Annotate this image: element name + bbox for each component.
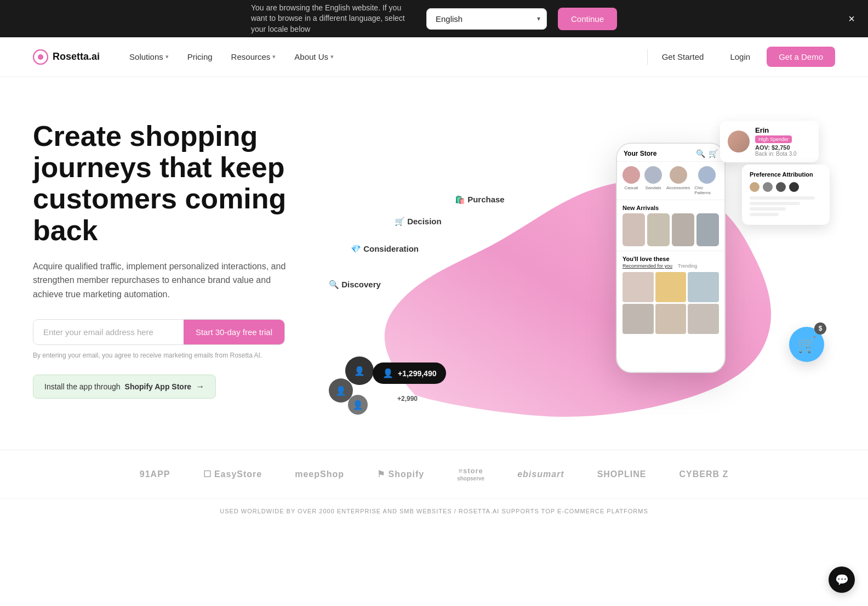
- swatch-3: [776, 182, 786, 192]
- language-banner: You are browsing the English website. If…: [0, 0, 868, 37]
- cart-icon: 🛒: [797, 336, 816, 354]
- pref-line: [750, 213, 779, 216]
- category-scroll: Casual Sandals Accessories Chic Patterns: [617, 162, 724, 200]
- hero-illustration: 🔍 Discovery 💎 Consideration 🛒 Decision 🛍…: [318, 110, 835, 428]
- rec-product: [623, 272, 654, 302]
- email-form: Start 30-day free trial: [33, 319, 285, 345]
- logo-ebisumart: ebisumart: [517, 469, 564, 479]
- preference-title: Preference Attribution: [750, 171, 822, 178]
- swatch-1: [750, 182, 760, 192]
- cart-bubble: 🛒 $: [789, 327, 824, 362]
- erin-info: Erin High Spender AOV: $2,750 Back in: B…: [755, 126, 797, 157]
- preference-card: Preference Attribution: [742, 165, 830, 225]
- arrow-icon: →: [196, 382, 204, 392]
- search-icon: 🔍: [696, 149, 705, 158]
- shopify-app-link[interactable]: Install the app through Shopify App Stor…: [33, 375, 216, 399]
- erin-avatar: [728, 131, 750, 152]
- erin-name: Erin: [755, 126, 797, 134]
- rec-for-you: Recommended for you: [623, 263, 672, 269]
- get-demo-button[interactable]: Get a Demo: [767, 47, 835, 67]
- hero-section: Create shopping journeys that keep custo…: [0, 77, 868, 450]
- nav-divider: [647, 49, 648, 65]
- category-accessories: Accessories: [666, 166, 690, 195]
- chevron-down-icon: ▾: [165, 53, 169, 60]
- decision-label: 🛒 Decision: [395, 217, 442, 226]
- nav-solutions[interactable]: Solutions ▾: [122, 48, 176, 66]
- users-new-count: +2,990: [397, 395, 418, 403]
- rosetta-logo-icon: [33, 49, 48, 65]
- users-count-badge: 👤 +1,299,490: [373, 363, 446, 384]
- phone-mockup: Your Store 🔍 🛒 Casual Sandals Accessor: [616, 143, 726, 373]
- arrival-item: [647, 213, 670, 246]
- rec-product: [688, 272, 719, 302]
- logo-cyberbz: CYBERB Z: [679, 469, 728, 479]
- preference-data-lines: [750, 196, 822, 216]
- logo-link[interactable]: Rosetta.ai: [33, 49, 100, 65]
- users-count: +1,299,490: [398, 369, 436, 378]
- rec-trending: Trending: [678, 263, 697, 269]
- logo-91app: 91APP: [140, 469, 170, 479]
- shopify-text-prefix: Install the app through: [44, 382, 121, 391]
- dollar-icon: $: [814, 322, 826, 335]
- close-banner-button[interactable]: ×: [848, 13, 855, 24]
- form-disclaimer: By entering your email, you agree to rec…: [33, 352, 329, 359]
- swatch-4: [789, 182, 799, 192]
- phone-header: Your Store 🔍 🛒: [617, 144, 724, 162]
- chevron-down-icon: ▾: [272, 53, 276, 60]
- login-button[interactable]: Login: [720, 47, 760, 66]
- consideration-label: 💎 Consideration: [351, 244, 419, 254]
- hero-left: Create shopping journeys that keep custo…: [33, 110, 329, 399]
- rec-product: [655, 304, 687, 334]
- continue-button[interactable]: Continue: [558, 8, 617, 30]
- category-patterns: Chic Patterns: [694, 166, 719, 195]
- navbar: Rosetta.ai Solutions ▾ Pricing Resources…: [0, 37, 868, 77]
- logo-meepshop: meepShop: [295, 469, 344, 479]
- shopify-store-name: Shopify App Store: [125, 382, 192, 391]
- logos-section: 91APP ☐ EasyStore meepShop ⚑ Shopify ≡st…: [0, 450, 868, 499]
- logo-estore: ≡store shopserve: [457, 467, 484, 482]
- nav-resources[interactable]: Resources ▾: [224, 48, 284, 66]
- erin-sub: Back in: Bota 3.0: [755, 151, 797, 157]
- erin-badge: High Spender: [755, 135, 792, 143]
- language-select[interactable]: English Japanese Chinese: [426, 8, 547, 30]
- email-input[interactable]: [33, 320, 184, 344]
- rec-product: [655, 272, 687, 302]
- get-started-button[interactable]: Get Started: [652, 47, 714, 66]
- avatar-small-2: 👤: [348, 395, 368, 415]
- footer-text: USED WORLDWIDE BY OVER 2000 ENTERPRISE A…: [0, 499, 868, 523]
- color-swatches: [750, 182, 822, 192]
- category-sandals: Sandals: [644, 166, 662, 195]
- discovery-label: 🔍 Discovery: [329, 280, 381, 290]
- chevron-down-icon: ▾: [330, 53, 334, 60]
- language-selector-wrapper: English Japanese Chinese ▾: [426, 8, 547, 30]
- trial-button[interactable]: Start 30-day free trial: [184, 320, 284, 344]
- phone-store-name: Your Store: [624, 150, 656, 157]
- arrival-item: [672, 213, 694, 246]
- logo-shopline: SHOPLINE: [597, 469, 647, 479]
- pref-line: [750, 196, 815, 200]
- rec-title: You'll love these: [623, 256, 719, 262]
- erin-aov: AOV: $2,750: [755, 144, 797, 151]
- logo-shopify: ⚑ Shopify: [377, 469, 424, 479]
- hero-title: Create shopping journeys that keep custo…: [33, 121, 329, 246]
- rec-product: [623, 304, 654, 334]
- new-arrivals-title: New Arrivals: [617, 200, 724, 213]
- nav-actions: Get Started Login Get a Demo: [652, 47, 835, 67]
- nav-about[interactable]: About Us ▾: [287, 48, 341, 66]
- nav-pricing[interactable]: Pricing: [180, 48, 220, 66]
- purchase-label: 🛍️ Purchase: [455, 195, 505, 205]
- rec-subtitle: Recommended for you Trending: [623, 263, 719, 269]
- rec-grid: [623, 272, 719, 334]
- cart-icon: 🛒: [709, 149, 718, 158]
- hero-subtitle: Acquire qualified traffic, implement per…: [33, 259, 296, 302]
- pref-line: [750, 207, 786, 211]
- pref-line: [750, 202, 800, 205]
- logo-easystore: ☐ EasyStore: [203, 469, 262, 479]
- arrival-item: [696, 213, 719, 246]
- category-casual: Casual: [623, 166, 640, 195]
- swatch-2: [763, 182, 773, 192]
- logo-text: Rosetta.ai: [53, 51, 100, 63]
- new-arrivals-grid: [617, 213, 724, 251]
- phone-action-icons: 🔍 🛒: [696, 149, 718, 158]
- avatar-medium: 👤: [345, 356, 374, 385]
